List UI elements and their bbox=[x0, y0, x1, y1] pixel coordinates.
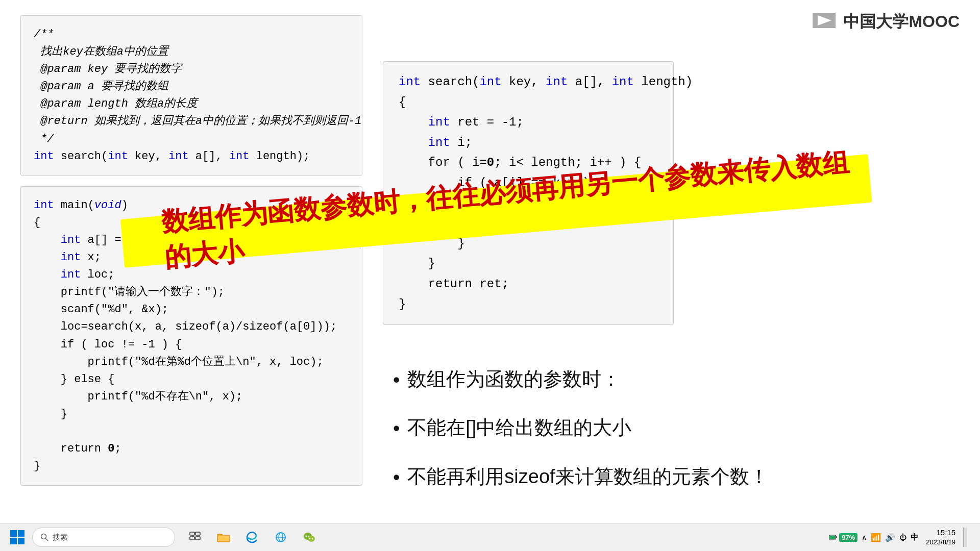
svg-point-17 bbox=[306, 536, 307, 537]
svg-line-7 bbox=[46, 539, 48, 541]
task-view-button[interactable] bbox=[183, 525, 207, 549]
svg-rect-23 bbox=[836, 536, 837, 538]
svg-rect-8 bbox=[190, 532, 194, 535]
svg-rect-9 bbox=[195, 532, 200, 535]
svg-rect-5 bbox=[18, 538, 24, 544]
bullet-dot-2: • bbox=[393, 464, 400, 491]
search-icon bbox=[40, 533, 48, 541]
chevron-up-icon[interactable]: ∧ bbox=[862, 533, 867, 541]
bullet-text-2: 不能再利用sizeof来计算数组的元素个数！ bbox=[407, 463, 768, 490]
windows-icon bbox=[10, 530, 25, 545]
battery-badge: 97% bbox=[839, 533, 857, 542]
ie-browser-button[interactable] bbox=[268, 525, 293, 549]
taskbar-sys-icons: 97% ∧ 📶 🔊 ⏻ 中 bbox=[829, 533, 918, 542]
start-button[interactable] bbox=[5, 525, 30, 549]
ie-icon bbox=[275, 531, 287, 543]
folder-icon bbox=[217, 532, 230, 543]
right-panel: 中国大学MOOC int search(int key, int a[], in… bbox=[383, 15, 960, 490]
bullet-section: • 数组作为函数的参数时： • 不能在[]中给出数组的大小 • 不能再利用siz… bbox=[383, 366, 960, 512]
logo-area: 中国大学MOOC bbox=[810, 10, 960, 33]
svg-rect-10 bbox=[190, 537, 194, 540]
code-box-declaration: /** 找出key在数组a中的位置 @param key 要寻找的数字 @par… bbox=[20, 15, 362, 176]
logo-text: 中国大学MOOC bbox=[843, 11, 960, 33]
bullet-item-1: • 不能在[]中给出数组的大小 bbox=[393, 414, 949, 442]
svg-rect-2 bbox=[10, 530, 17, 537]
svg-rect-24 bbox=[829, 536, 835, 539]
taskbar-right: 97% ∧ 📶 🔊 ⏻ 中 15:15 2023/8/19 bbox=[829, 527, 975, 547]
wifi-icon: 📶 bbox=[871, 533, 881, 542]
show-desktop-button[interactable] bbox=[963, 528, 967, 547]
language-indicator[interactable]: 中 bbox=[911, 533, 918, 542]
bullet-text-1: 不能在[]中给出数组的大小 bbox=[407, 414, 631, 441]
mooc-logo-icon bbox=[810, 10, 838, 33]
svg-point-21 bbox=[312, 538, 313, 540]
taskbar: 搜索 bbox=[0, 523, 980, 551]
power-icon: ⏻ bbox=[899, 533, 906, 541]
bullet-dot-1: • bbox=[393, 415, 400, 442]
taskbar-app-icons bbox=[183, 525, 322, 549]
taskbar-search-text: 搜索 bbox=[53, 533, 68, 542]
file-explorer-button[interactable] bbox=[211, 525, 236, 549]
wechat-button[interactable] bbox=[297, 525, 322, 549]
edge-browser-button[interactable] bbox=[240, 525, 264, 549]
svg-rect-3 bbox=[18, 530, 24, 537]
battery-icon: 97% bbox=[829, 533, 857, 542]
bullet-dot-0: • bbox=[393, 367, 400, 394]
date-display: 2023/8/19 bbox=[926, 538, 955, 547]
svg-point-19 bbox=[308, 536, 315, 542]
svg-rect-4 bbox=[10, 538, 17, 544]
wechat-icon bbox=[303, 531, 316, 543]
bullet-item-0: • 数组作为函数的参数时： bbox=[393, 366, 949, 394]
svg-point-6 bbox=[41, 534, 46, 539]
time-display: 15:15 bbox=[926, 527, 955, 538]
bullet-item-2: • 不能再利用sizeof来计算数组的元素个数！ bbox=[393, 463, 949, 491]
battery-svg-icon bbox=[829, 533, 837, 541]
taskbar-search-bar[interactable]: 搜索 bbox=[32, 528, 175, 547]
taskbar-time[interactable]: 15:15 2023/8/19 bbox=[926, 527, 955, 547]
svg-rect-11 bbox=[195, 537, 200, 540]
edge-icon bbox=[246, 531, 258, 543]
svg-point-20 bbox=[309, 538, 311, 540]
bullet-text-0: 数组作为函数的参数时： bbox=[407, 366, 621, 393]
task-view-icon bbox=[189, 532, 201, 543]
svg-rect-12 bbox=[217, 535, 230, 542]
volume-icon: 🔊 bbox=[885, 533, 895, 542]
